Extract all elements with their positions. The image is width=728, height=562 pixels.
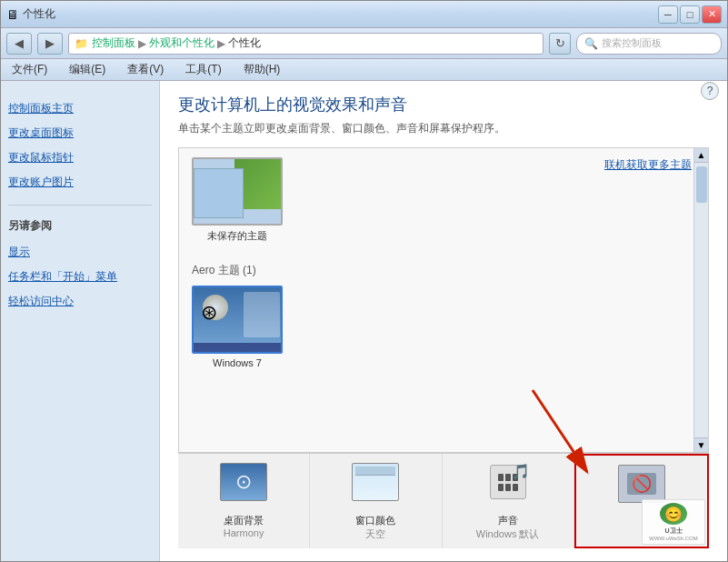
bottom-icons-row: ⊙ 桌面背景 Harmony 窗口颜色 天空: [178, 453, 709, 548]
address-bar: ◀ ▶ 📁 控制面板 ▶ 外观和个性化 ▶ 个性化 ↻ 🔍 搜索控制面板: [1, 28, 727, 59]
unsaved-thumb-graphic: [194, 159, 283, 226]
path-root: 控制面板: [92, 35, 135, 51]
window-color-item[interactable]: 窗口颜色 天空: [310, 454, 442, 548]
also-see-title: 另请参阅: [8, 218, 152, 234]
watermark-url: WWW.uWeSh.COM: [649, 536, 698, 541]
content-area: ? 更改计算机上的视觉效果和声音 单击某个主题立即更改桌面背景、窗口颜色、声音和…: [160, 81, 727, 561]
blue-block: [194, 168, 244, 218]
aero-section: Aero 主题 (1) ⊛ W: [192, 263, 690, 379]
win7-orb: ⊛: [201, 301, 217, 325]
window-color-icon: [352, 463, 399, 510]
sound-item[interactable]: 🎵 声音 Windows 默认: [443, 454, 574, 548]
path-level3: 个性化: [228, 35, 261, 51]
screen-saver-item[interactable]: 😊 U卫士 WWW.uWeSh.COM 🚫: [574, 454, 709, 548]
window-icon: 🖥: [6, 7, 19, 22]
menu-help[interactable]: 帮助(H): [240, 60, 284, 79]
theme-item-unsaved[interactable]: 未保存的主题: [192, 157, 283, 243]
title-bar-left: 🖥 个性化: [6, 6, 55, 22]
path-level2: 外观和个性化: [149, 35, 214, 51]
maximize-button[interactable]: □: [680, 5, 700, 24]
forward-button[interactable]: ▶: [37, 33, 63, 55]
sound-label: 声音: [498, 514, 518, 527]
theme-list-inner: 未保存的主题 Aero 主题 (1) ⊛: [179, 148, 708, 452]
search-box[interactable]: 🔍 搜索控制面板: [576, 33, 722, 55]
watermark-logo: 😊: [660, 503, 687, 525]
window-color-sublabel: 天空: [365, 527, 385, 541]
paper-overlay: [244, 292, 280, 337]
sidebar-item-change-account-pic[interactable]: 更改账户图片: [8, 173, 152, 192]
taskbar-sim: [194, 343, 283, 354]
desktop-orb-icon: ⊙: [235, 470, 252, 494]
close-button[interactable]: ✕: [702, 5, 722, 24]
minimize-button[interactable]: ─: [658, 5, 678, 24]
watermark: 😊 U卫士 WWW.uWeSh.COM: [642, 499, 705, 545]
search-icon: 🔍: [584, 37, 598, 50]
folder-icon: 📁: [75, 37, 88, 50]
theme-list-container: 联机获取更多主题 未保存的主题: [178, 147, 709, 453]
sidebar-item-taskbar[interactable]: 任务栏和「开始」菜单: [8, 267, 152, 286]
online-themes-link[interactable]: 联机获取更多主题: [604, 157, 692, 173]
window-title: 个性化: [23, 6, 55, 22]
refresh-button[interactable]: ↻: [549, 33, 571, 55]
desktop-background-icon: ⊙: [220, 463, 267, 510]
desktop-bg-label: 桌面背景: [224, 514, 264, 527]
title-bar: 🖥 个性化 ─ □ ✕: [1, 1, 727, 28]
menu-file[interactable]: 文件(F): [8, 60, 51, 79]
content-title: 更改计算机上的视觉效果和声音: [178, 94, 709, 115]
window-controls: ─ □ ✕: [658, 5, 722, 24]
menu-view[interactable]: 查看(V): [124, 60, 167, 79]
main-area: 控制面板主页 更改桌面图标 更改鼠标指针 更改账户图片 另请参阅 显示 任务栏和…: [1, 81, 727, 561]
sidebar-item-display[interactable]: 显示: [8, 243, 152, 262]
window-color-label: 窗口颜色: [355, 514, 395, 527]
scroll-up-button[interactable]: ▲: [694, 148, 709, 163]
menu-tools[interactable]: 工具(T): [182, 60, 224, 79]
desktop-bg-sublabel: Harmony: [224, 527, 264, 538]
aero-section-label: Aero 主题 (1): [192, 263, 690, 278]
sidebar-item-change-mouse[interactable]: 更改鼠标指针: [8, 148, 152, 167]
sidebar-item-change-desktop-icons[interactable]: 更改桌面图标: [8, 124, 152, 143]
desktop-background-item[interactable]: ⊙ 桌面背景 Harmony: [178, 454, 310, 548]
sidebar: 控制面板主页 更改桌面图标 更改鼠标指针 更改账户图片 另请参阅 显示 任务栏和…: [1, 81, 160, 561]
path-sep1: ▶: [138, 37, 146, 50]
sidebar-item-control-panel-home[interactable]: 控制面板主页: [8, 99, 152, 118]
help-icon[interactable]: ?: [701, 82, 719, 100]
sidebar-item-ease-of-access[interactable]: 轻松访问中心: [8, 292, 152, 311]
address-path[interactable]: 📁 控制面板 ▶ 外观和个性化 ▶ 个性化: [68, 33, 544, 55]
no-entry-icon: 🚫: [632, 474, 652, 494]
win7-theme-thumb: ⊛: [192, 286, 283, 354]
sound-sublabel: Windows 默认: [476, 527, 540, 541]
scroll-down-button[interactable]: ▼: [694, 437, 709, 452]
search-placeholder: 搜索控制面板: [602, 36, 662, 50]
theme-scrollbar: ▲ ▼: [693, 148, 708, 452]
main-window: 🖥 个性化 ─ □ ✕ ◀ ▶ 📁 控制面板 ▶ 外观和个性化 ▶ 个性化 ↻ …: [0, 0, 728, 562]
menu-edit[interactable]: 编辑(E): [65, 60, 109, 79]
music-notes-icon: 🎵: [512, 463, 530, 480]
sound-icon: 🎵: [484, 463, 532, 510]
unsaved-theme-thumb: [192, 157, 283, 226]
win7-theme-name: Windows 7: [213, 357, 262, 368]
path-sep2: ▶: [217, 37, 225, 50]
back-button[interactable]: ◀: [6, 33, 32, 55]
scroll-thumb[interactable]: [696, 166, 707, 203]
theme-item-win7[interactable]: ⊛ Windows 7: [192, 286, 283, 368]
sidebar-divider: [8, 205, 152, 206]
menu-bar: 文件(F) 编辑(E) 查看(V) 工具(T) 帮助(H): [1, 59, 727, 81]
content-subtitle: 单击某个主题立即更改桌面背景、窗口颜色、声音和屏幕保护程序。: [178, 121, 709, 136]
unsaved-theme-name: 未保存的主题: [207, 229, 267, 243]
watermark-brand: U卫士: [664, 527, 682, 536]
win7-thumb-graphic: ⊛: [194, 287, 283, 354]
